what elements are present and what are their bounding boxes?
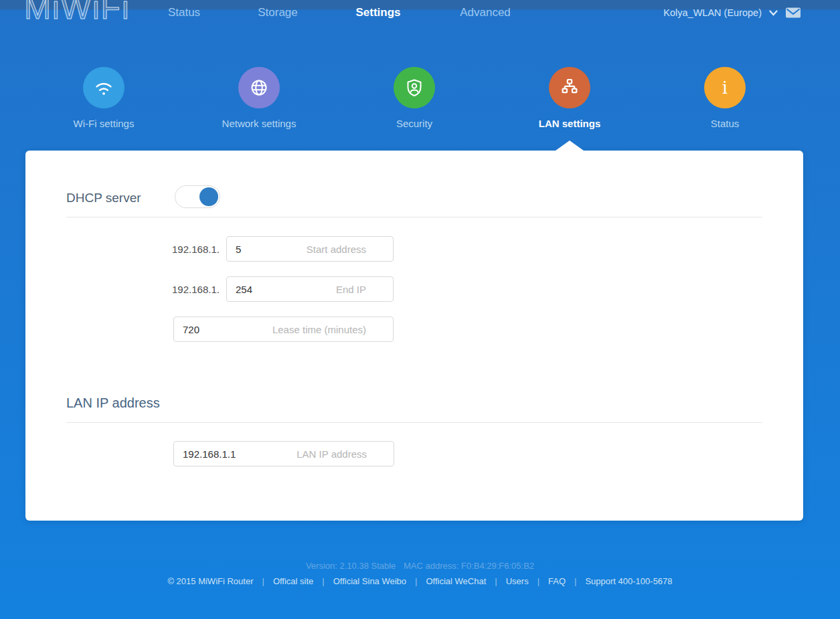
- footer-separator: |: [262, 576, 264, 586]
- mail-icon[interactable]: [785, 7, 801, 19]
- start-address-input[interactable]: [227, 237, 393, 261]
- footer-link-official-site[interactable]: Offical site: [273, 576, 313, 586]
- wifi-icon[interactable]: [83, 67, 124, 108]
- account-label[interactable]: Kolya_WLAN (Europe): [663, 7, 762, 18]
- tab-label[interactable]: Wi-Fi settings: [74, 118, 135, 129]
- info-icon[interactable]: i: [704, 67, 746, 108]
- footer-link-support[interactable]: Support 400-100-5678: [585, 576, 672, 586]
- footer-link-sina-weibo[interactable]: Official Sina Weibo: [333, 576, 406, 586]
- tab-wifi-settings[interactable]: Wi-Fi settings: [26, 67, 181, 129]
- footer-separator: |: [495, 576, 497, 586]
- lan-ip-heading: LAN IP address: [66, 395, 160, 411]
- footer-separator: |: [322, 576, 324, 586]
- footer-separator: |: [537, 576, 539, 586]
- dhcp-toggle-knob[interactable]: [199, 187, 218, 206]
- footer-link-wechat[interactable]: Official WeChat: [426, 576, 486, 586]
- footer-separator: |: [574, 576, 576, 586]
- tab-label[interactable]: Network settings: [222, 118, 297, 129]
- tab-lan-settings[interactable]: LAN settings: [492, 67, 647, 129]
- lan-settings-panel: DHCP server 192.168.1. Start address 192…: [25, 151, 803, 521]
- panel-notch: [556, 141, 584, 151]
- tab-network-settings[interactable]: Network settings: [181, 67, 337, 129]
- nav-item-advanced[interactable]: Advanced: [460, 6, 511, 19]
- start-address-field-wrap: Start address: [226, 236, 394, 262]
- account-menu[interactable]: Kolya_WLAN (Europe): [663, 7, 801, 19]
- dhcp-server-label: DHCP server: [66, 191, 141, 205]
- svg-text:i: i: [722, 78, 728, 98]
- end-ip-field-wrap: End IP: [226, 276, 394, 302]
- nav-item-storage[interactable]: Storage: [258, 6, 298, 19]
- firmware-version: Version: 2.10.38 Stable: [306, 561, 396, 571]
- tab-label[interactable]: Security: [396, 118, 432, 129]
- tab-label[interactable]: Status: [711, 118, 740, 129]
- tab-label[interactable]: LAN settings: [539, 118, 601, 129]
- settings-tab-row: Wi-Fi settings Network settings Security: [26, 67, 803, 129]
- lan-topology-icon[interactable]: [549, 67, 590, 108]
- lease-time-input[interactable]: [174, 317, 393, 341]
- end-ip-prefix: 192.168.1.: [172, 284, 219, 295]
- footer-link-users[interactable]: Users: [506, 576, 529, 586]
- footer-link-copyright[interactable]: © 2015 MiWiFi Router: [167, 576, 253, 586]
- nav-item-status[interactable]: Status: [168, 6, 200, 19]
- tab-status[interactable]: i Status: [647, 67, 803, 129]
- footer-version-line: Version: 2.10.38 Stable MAC address: F0:…: [0, 561, 840, 571]
- mac-address: MAC address: F0:B4:29:F6:05:B2: [404, 561, 534, 571]
- chevron-down-icon[interactable]: [769, 10, 778, 16]
- dhcp-toggle[interactable]: [175, 185, 220, 208]
- lease-time-field-wrap: Lease time (minutes): [173, 317, 394, 342]
- lan-ip-input[interactable]: [174, 442, 394, 466]
- miwifi-logo: MiWiFi: [24, 0, 131, 26]
- divider: [66, 217, 762, 217]
- footer-links: © 2015 MiWiFi Router|Offical site|Offici…: [0, 576, 840, 586]
- start-address-prefix: 192.168.1.: [172, 244, 219, 255]
- nav-item-settings[interactable]: Settings: [355, 6, 400, 19]
- divider: [66, 422, 762, 423]
- lan-ip-field-wrap: LAN IP address: [173, 441, 394, 466]
- shield-user-icon[interactable]: [394, 67, 435, 108]
- footer-link-faq[interactable]: FAQ: [548, 576, 566, 586]
- globe-icon[interactable]: [238, 67, 280, 108]
- tab-security[interactable]: Security: [337, 67, 492, 129]
- end-ip-input[interactable]: [227, 277, 393, 301]
- footer-separator: |: [415, 576, 417, 586]
